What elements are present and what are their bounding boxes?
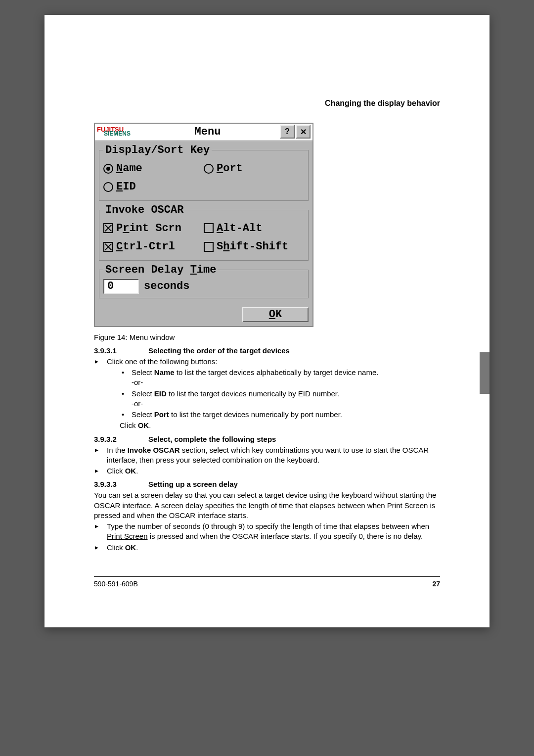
section-heading: 3.9.3.2Select, complete the following st… [94, 435, 440, 443]
step: Click OK. [94, 466, 440, 476]
page-footer: 590-591-609B 27 [94, 576, 440, 588]
ok-button[interactable]: OK [242, 307, 309, 322]
option: Select Port to list the target devices n… [120, 410, 440, 420]
radio-icon [103, 182, 113, 192]
window-title: Menu [195, 126, 221, 138]
option: Select Name to list the target devices a… [120, 368, 440, 388]
check-print-scrn[interactable]: Print Scrn [103, 219, 204, 237]
brand-logo: FUJITSU SIEMENS [97, 127, 135, 136]
check-alt-alt[interactable]: Alt-Alt [204, 219, 304, 237]
page-number: 27 [432, 580, 440, 588]
checkbox-icon [103, 242, 113, 252]
titlebar: FUJITSU SIEMENS Menu ? ✕ [95, 124, 312, 141]
check-shift-shift[interactable]: Shift-Shift [204, 237, 304, 256]
step: In the Invoke OSCAR section, select whic… [94, 445, 440, 466]
screen-delay-group: Screen Delay Time seconds [99, 264, 309, 298]
checkbox-icon [204, 223, 214, 233]
display-sort-legend: Display/Sort Key [103, 144, 212, 156]
section-heading: 3.9.3.1Selecting the order of the target… [94, 346, 440, 355]
delay-units: seconds [144, 280, 189, 292]
help-button[interactable]: ? [280, 125, 295, 139]
document-number: 590-591-609B [94, 580, 138, 588]
display-sort-key-group: Display/Sort Key Name Port EID [99, 144, 309, 201]
checkbox-icon [204, 242, 214, 252]
step: Click one of the following buttons: Sele… [94, 357, 440, 431]
step: Type the number of seconds (0 through 9)… [94, 521, 440, 542]
check-ctrl-ctrl[interactable]: Ctrl-Ctrl [103, 237, 204, 256]
menu-window: FUJITSU SIEMENS Menu ? ✕ Display/Sort Ke… [94, 123, 313, 327]
section-edge-tab [480, 352, 490, 394]
invoke-oscar-group: Invoke OSCAR Print Scrn Alt-Alt Ctrl-Ctr… [99, 204, 309, 261]
radio-port[interactable]: Port [204, 159, 304, 178]
step: Click OK. [94, 543, 440, 553]
delay-seconds-input[interactable] [103, 279, 139, 294]
paragraph: You can set a screen delay so that you c… [94, 490, 440, 520]
section-heading: 3.9.3.3Setting up a screen delay [94, 480, 440, 488]
radio-eid[interactable]: EID [103, 178, 204, 196]
close-button[interactable]: ✕ [296, 125, 311, 139]
brand-sub: SIEMENS [104, 131, 131, 137]
document-page: Changing the display behavior FUJITSU SI… [44, 15, 490, 627]
radio-name[interactable]: Name [103, 159, 204, 178]
radio-icon [103, 164, 113, 174]
radio-icon [204, 164, 214, 174]
checkbox-icon [103, 223, 113, 233]
option: Select EID to list the target devices nu… [120, 389, 440, 409]
screen-delay-legend: Screen Delay Time [103, 264, 218, 276]
invoke-oscar-legend: Invoke OSCAR [103, 204, 185, 216]
running-header: Changing the display behavior [94, 99, 440, 108]
figure-caption: Figure 14: Menu window [94, 333, 440, 341]
